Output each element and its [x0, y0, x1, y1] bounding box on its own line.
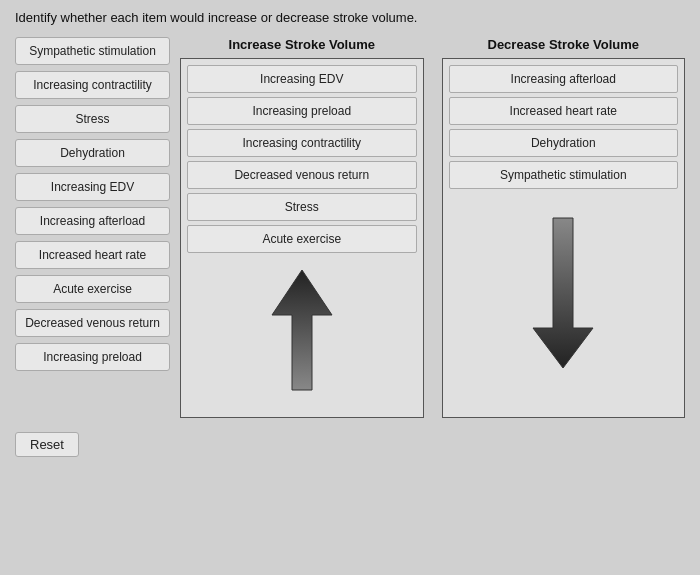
sidebar-item[interactable]: Increasing contractility [15, 71, 170, 99]
increase-column: Increase Stroke Volume Increasing EDVInc… [180, 37, 424, 418]
sidebar-item[interactable]: Stress [15, 105, 170, 133]
drop-item[interactable]: Increasing afterload [449, 65, 679, 93]
sidebar-item[interactable]: Acute exercise [15, 275, 170, 303]
drop-item[interactable]: Decreased venous return [187, 161, 417, 189]
increase-column-header: Increase Stroke Volume [180, 37, 424, 52]
increase-column-box[interactable]: Increasing EDVIncreasing preloadIncreasi… [180, 58, 424, 418]
decrease-column-box[interactable]: Increasing afterloadIncreased heart rate… [442, 58, 686, 418]
sidebar: Sympathetic stimulationIncreasing contra… [15, 37, 170, 371]
sidebar-item[interactable]: Increasing EDV [15, 173, 170, 201]
drop-item[interactable]: Dehydration [449, 129, 679, 157]
drop-item[interactable]: Acute exercise [187, 225, 417, 253]
sidebar-item[interactable]: Decreased venous return [15, 309, 170, 337]
sidebar-item[interactable]: Sympathetic stimulation [15, 37, 170, 65]
svg-marker-0 [272, 270, 332, 390]
instruction-text: Identify whether each item would increas… [15, 10, 685, 25]
columns-area: Increase Stroke Volume Increasing EDVInc… [180, 37, 685, 418]
drop-item[interactable]: Stress [187, 193, 417, 221]
sidebar-item[interactable]: Dehydration [15, 139, 170, 167]
sidebar-item[interactable]: Increasing preload [15, 343, 170, 371]
main-layout: Sympathetic stimulationIncreasing contra… [15, 37, 685, 418]
decrease-column: Decrease Stroke Volume Increasing afterl… [442, 37, 686, 418]
sidebar-item[interactable]: Increasing afterload [15, 207, 170, 235]
drop-item[interactable]: Increasing contractility [187, 129, 417, 157]
drop-item[interactable]: Increasing preload [187, 97, 417, 125]
decrease-column-header: Decrease Stroke Volume [442, 37, 686, 52]
svg-marker-1 [533, 218, 593, 368]
drop-item[interactable]: Sympathetic stimulation [449, 161, 679, 189]
drop-item[interactable]: Increasing EDV [187, 65, 417, 93]
sidebar-item[interactable]: Increased heart rate [15, 241, 170, 269]
reset-button[interactable]: Reset [15, 432, 79, 457]
drop-item[interactable]: Increased heart rate [449, 97, 679, 125]
